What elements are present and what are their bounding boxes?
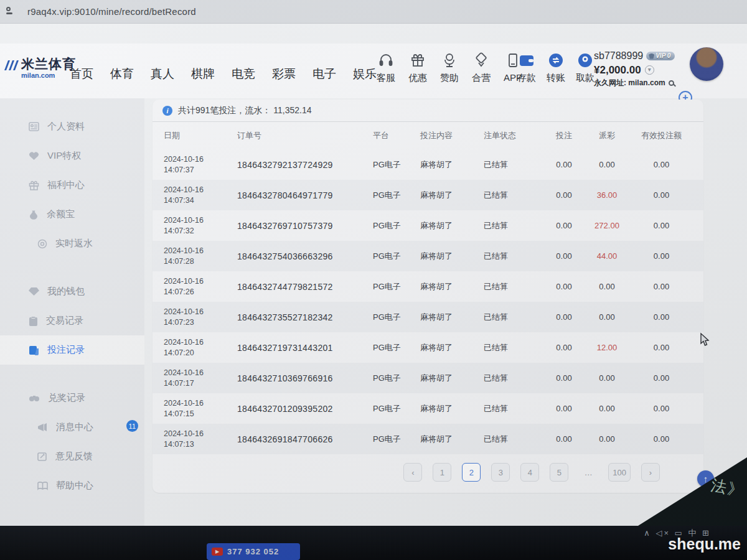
page-button-4[interactable]: 4 [520,463,539,482]
customer-service-button[interactable]: 客服 [374,52,398,84]
quick-action-label: 优惠 [408,72,427,84]
bet-status: 已结算 [484,159,545,170]
deposit-button[interactable]: 存款 [514,52,539,84]
platform: PG电子 [373,373,420,384]
nav-slots[interactable]: 电子 [312,66,336,82]
user-avatar[interactable] [690,47,723,81]
sidebar-item-bet-records[interactable]: 投注记录 [0,335,144,365]
sidebar-item-profile[interactable]: 个人资料 [0,112,144,141]
page-ellipsis[interactable]: … [579,463,598,482]
gift-icon [410,52,426,69]
bet-status: 已结算 [484,403,545,414]
nav-sports[interactable]: 体育 [110,66,134,82]
time-text: 14:07:17 [164,378,237,388]
order-number: 1846432780464971779 [237,190,373,200]
wallet-actions: 存款 转账 取款 [514,52,598,84]
prev-page-button[interactable]: ‹ [403,463,422,482]
table-header: 日期 订单号 平台 投注内容 注单状态 投注 派彩 有效投注额 [153,122,703,149]
nav-live-casino[interactable]: 真人 [151,66,174,82]
table-row: 2024-10-1614:07:32 1846432769710757379 P… [153,210,703,241]
platform: PG电子 [373,281,420,292]
megaphone-icon [37,422,48,432]
promotions-button[interactable]: 优惠 [405,52,430,84]
payout-amount: 0.00 [583,312,631,322]
page-button-1[interactable]: 1 [433,463,451,482]
logo-subtitle: milan.com [21,72,76,79]
transfer-button[interactable]: 转账 [543,52,568,84]
page-button-2[interactable]: 2 [462,463,481,482]
bet-date: 2024-10-1614:07:15 [164,398,237,419]
chevron-down-icon[interactable]: ▾ [645,65,654,75]
sidebar-item-welfare[interactable]: 福利中心 [0,170,144,200]
partnership-button[interactable]: 合营 [469,52,494,84]
bet-status: 已结算 [484,251,545,262]
sidebar-item-label: VIP特权 [47,150,81,162]
date-text: 2024-10-16 [164,368,237,378]
payout-amount: 272.00 [583,221,631,230]
table-row: 2024-10-1614:07:37 1846432792137724929 P… [153,149,703,180]
platform: PG电子 [373,251,420,262]
message-count-badge: 11 [126,420,138,432]
sidebar-item-feedback[interactable]: 意见反馈 [0,442,144,471]
permanent-url-label: 永久网址: milan.com [594,78,665,88]
nav-board-games[interactable]: 棋牌 [191,66,215,82]
order-number: 1846432701209395202 [237,404,373,414]
vip-badge: VIP 0 [646,52,675,61]
nav-lottery[interactable]: 彩票 [272,66,296,82]
order-number: 1846432710369766916 [237,373,373,383]
bet-content: 麻将胡了 [420,312,484,323]
bet-amount: 0.00 [545,434,583,444]
main-nav: 首页 体育 真人 棋牌 电竞 彩票 电子 娱乐 [70,66,377,82]
browser-url-bar[interactable]: r9aq4x.vip:9010/mine/record/betRecord [0,0,747,24]
sidebar-item-rebate[interactable]: 实时返水 [0,229,144,258]
quick-action-label: 赞助 [440,72,459,84]
sidebar-item-label: 兑奖记录 [48,392,85,404]
sponsor-button[interactable]: 赞助 [437,52,462,84]
bet-amount: 0.00 [545,312,583,322]
sticker-number: 377 932 052 [227,547,279,556]
time-text: 14:07:34 [164,195,237,205]
table-body: 2024-10-1614:07:37 1846432792137724929 P… [153,149,703,454]
order-number: 1846432744779821572 [237,282,373,292]
nav-esports[interactable]: 电竞 [232,66,255,82]
wallet-action-label: 存款 [517,72,536,84]
valid-bet-amount: 0.00 [631,404,692,413]
id-card-icon [29,122,39,131]
time-text: 14:07:32 [164,226,237,236]
bet-amount: 0.00 [545,373,583,383]
bet-amount: 0.00 [545,190,583,200]
url-text[interactable]: r9aq4x.vip:9010/mine/record/betRecord [27,6,196,17]
bet-date: 2024-10-1614:07:13 [164,429,237,449]
next-page-button[interactable]: › [641,463,660,482]
search-icon[interactable] [669,80,674,86]
bet-date: 2024-10-1614:07:17 [164,368,237,388]
bet-status: 已结算 [484,312,545,323]
date-text: 2024-10-16 [164,337,237,347]
time-text: 14:07:15 [164,409,237,419]
site-logo[interactable]: 米兰体育 milan.com [4,57,76,79]
bet-amount: 0.00 [545,282,583,291]
browser-profile-icon[interactable] [6,7,19,17]
vip-badge-label: VIP 0 [655,52,670,60]
page-button-3[interactable]: 3 [491,463,510,482]
pagination: ‹ 1 2 3 4 5 … 100 › [153,463,660,482]
page-button-5[interactable]: 5 [550,463,568,482]
money-pouch-icon [29,210,39,220]
valid-bet-amount: 0.00 [631,221,692,230]
table-row: 2024-10-1614:07:15 1846432701209395202 P… [153,393,703,424]
platform: PG电子 [373,403,420,414]
sidebar-item-wallet[interactable]: 我的钱包 [0,277,144,306]
bet-content: 麻将胡了 [420,434,484,445]
sidebar-item-prize-records[interactable]: 兑奖记录 [0,383,144,413]
sidebar-item-yuebao[interactable]: 余额宝 [0,200,144,229]
payout-amount: 0.00 [583,404,631,413]
nav-home[interactable]: 首页 [70,66,93,82]
page-button-100[interactable]: 100 [608,463,631,482]
sidebar-item-messages[interactable]: 消息中心 11 [0,413,144,442]
prize-icon [29,394,40,403]
sidebar-item-transactions[interactable]: 交易记录 [0,306,144,335]
valid-bet-amount: 0.00 [631,190,692,200]
sidebar-item-vip[interactable]: VIP特权 [0,141,144,170]
sidebar-item-help[interactable]: 帮助中心 [0,471,144,500]
sidebar-item-label: 实时返水 [55,238,93,250]
